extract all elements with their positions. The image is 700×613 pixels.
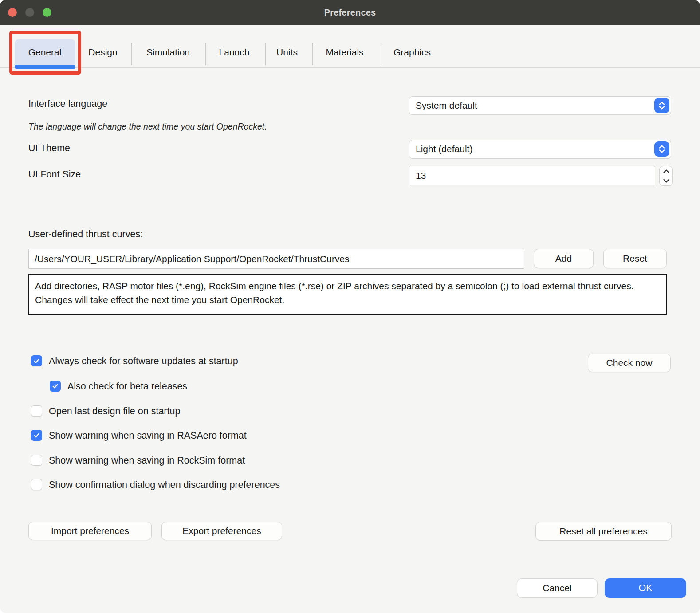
ui-font-size-label: UI Font Size [28, 169, 81, 180]
tab-separator [131, 43, 132, 65]
tab-separator [381, 43, 381, 65]
checkbox-rocksim-warning-label[interactable]: Show warning when saving in RockSim form… [49, 455, 245, 466]
tab-units[interactable]: Units [276, 47, 298, 58]
preferences-window: Preferences General Design Simulation La… [0, 0, 700, 613]
ui-font-size-input[interactable] [409, 166, 655, 185]
reset-button[interactable]: Reset [603, 249, 667, 268]
ui-theme-select[interactable]: Light (default) [409, 140, 671, 159]
ui-font-size-stepper [659, 166, 673, 186]
ok-button[interactable]: OK [605, 578, 686, 598]
window-title: Preferences [0, 0, 700, 25]
tab-separator [205, 43, 206, 65]
checkbox-check-updates[interactable] [31, 355, 42, 366]
tab-simulation[interactable]: Simulation [146, 47, 190, 58]
chevrons-up-down-icon [654, 98, 669, 113]
checkbox-rasaero-warning-label[interactable]: Show warning when saving in RASAero form… [49, 430, 247, 441]
tab-separator [312, 43, 313, 65]
stepper-down-icon[interactable] [660, 176, 672, 185]
export-preferences-button[interactable]: Export preferences [161, 522, 282, 540]
thrust-curves-path-input[interactable] [28, 249, 524, 269]
reset-all-preferences-button[interactable]: Reset all preferences [535, 522, 672, 541]
checkbox-beta-releases[interactable] [50, 381, 61, 392]
interface-language-select[interactable]: System default [409, 96, 671, 115]
chevrons-up-down-icon [654, 141, 669, 157]
add-button[interactable]: Add [534, 249, 594, 268]
checkbox-open-last-design-label[interactable]: Open last design file on startup [49, 406, 180, 417]
checkbox-beta-releases-label[interactable]: Also check for beta releases [67, 381, 187, 392]
language-note: The language will change the next time y… [28, 122, 267, 132]
import-preferences-button[interactable]: Import preferences [28, 522, 152, 540]
checkbox-discard-confirmation[interactable] [31, 479, 42, 490]
tab-active-indicator [15, 65, 75, 69]
tabbar-divider [0, 67, 700, 68]
checkbox-rocksim-warning[interactable] [31, 455, 42, 466]
tab-launch[interactable]: Launch [219, 47, 250, 58]
cancel-button[interactable]: Cancel [517, 578, 598, 598]
interface-language-value: System default [416, 97, 477, 114]
checkbox-open-last-design[interactable] [31, 405, 42, 417]
close-icon[interactable] [8, 8, 17, 17]
titlebar: Preferences [0, 0, 700, 25]
minimize-icon[interactable] [25, 8, 34, 17]
tab-separator [265, 43, 266, 65]
thrust-curves-label: User-defined thrust curves: [28, 229, 143, 240]
ui-theme-value: Light (default) [416, 140, 472, 158]
tab-design[interactable]: Design [88, 47, 117, 58]
checkbox-rasaero-warning[interactable] [31, 430, 42, 441]
stepper-up-icon[interactable] [660, 166, 672, 176]
checkbox-check-updates-label[interactable]: Always check for software updates at sta… [49, 356, 238, 367]
interface-language-label: Interface language [28, 98, 107, 110]
zoom-icon[interactable] [43, 8, 51, 17]
ui-theme-label: UI Theme [28, 143, 70, 154]
tab-general-label[interactable]: General [28, 47, 62, 58]
checkbox-discard-confirmation-label[interactable]: Show confirmation dialog when discarding… [49, 479, 280, 491]
thrust-curves-info: Add directories, RASP motor files (*.eng… [28, 274, 667, 315]
tab-graphics[interactable]: Graphics [393, 47, 431, 58]
check-now-button[interactable]: Check now [588, 354, 671, 372]
tab-materials[interactable]: Materials [326, 47, 363, 58]
